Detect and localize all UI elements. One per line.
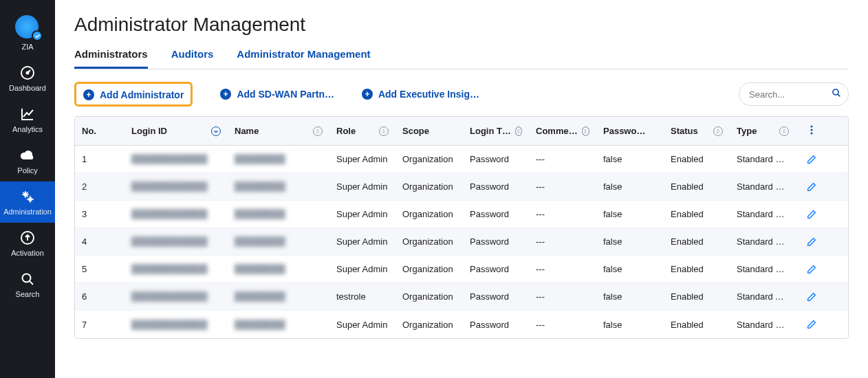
td-no: 6: [75, 291, 124, 302]
edit-row-button[interactable]: [796, 181, 827, 192]
sidebar-item-dashboard[interactable]: Dashboard: [0, 58, 55, 99]
sidebar-item-label: Policy: [17, 166, 37, 175]
th-comments[interactable]: Comme…: [529, 126, 596, 136]
sort-icon[interactable]: [515, 126, 522, 136]
th-name[interactable]: Name: [228, 126, 329, 136]
tab-auditors[interactable]: Auditors: [171, 48, 214, 69]
svg-point-1: [27, 72, 29, 74]
svg-point-6: [833, 89, 838, 95]
tab-administrators[interactable]: Administrators: [74, 48, 148, 69]
sidebar-item-label: Dashboard: [9, 84, 46, 92]
td-status: Enabled: [664, 181, 730, 192]
search-icon[interactable]: [831, 87, 842, 101]
td-login-type: Password: [463, 236, 529, 247]
td-type: Standard &…: [730, 154, 796, 164]
sidebar-item-policy[interactable]: Policy: [0, 140, 55, 181]
edit-row-button[interactable]: [796, 209, 827, 220]
th-scope[interactable]: Scope: [395, 126, 463, 136]
td-login-id: ████████████: [124, 209, 228, 219]
edit-row-button[interactable]: [796, 264, 827, 275]
td-status: Enabled: [664, 264, 730, 274]
td-password: false: [596, 209, 664, 219]
td-name: ████████: [228, 181, 329, 192]
td-login-id: ████████████: [124, 236, 228, 247]
td-role: Super Admin: [329, 236, 395, 247]
plus-icon: +: [220, 89, 231, 100]
edit-row-button[interactable]: [796, 319, 827, 330]
sidebar-item-activation[interactable]: Activation: [0, 223, 55, 264]
td-login-type: Password: [463, 209, 529, 219]
sort-icon[interactable]: [582, 126, 589, 136]
td-login-type: Password: [463, 181, 529, 192]
td-login-id: ████████████: [124, 154, 228, 164]
action-label: Add Executive Insig…: [378, 89, 479, 100]
td-name: ████████: [228, 291, 329, 302]
tab-admin-management[interactable]: Administrator Management: [237, 48, 370, 69]
plus-icon: +: [362, 89, 373, 100]
th-login-type[interactable]: Login T…: [463, 126, 529, 136]
highlight-add-administrator: + Add Administrator: [74, 82, 193, 107]
table-menu-button[interactable]: [806, 124, 817, 137]
td-password: false: [596, 291, 664, 302]
th-status[interactable]: Status: [664, 126, 730, 136]
main-content: Administrator Management Administrators …: [55, 0, 868, 378]
svg-point-9: [811, 133, 813, 135]
sort-icon[interactable]: [379, 126, 389, 136]
edit-row-button[interactable]: [796, 154, 827, 165]
table-row: 3████████████████████Super AdminOrganiza…: [75, 201, 848, 228]
td-type: Standard &…: [730, 209, 796, 219]
td-login-id: ████████████: [124, 320, 228, 330]
sort-icon[interactable]: [713, 126, 723, 136]
table-row: 5████████████████████Super AdminOrganiza…: [75, 256, 848, 283]
sort-icon[interactable]: [313, 126, 323, 136]
td-type: Standard A…: [730, 291, 796, 302]
sidebar-item-label: Analytics: [12, 125, 43, 133]
td-name: ████████: [228, 209, 329, 219]
th-login-id[interactable]: Login ID: [124, 126, 228, 136]
td-comments: ---: [529, 320, 596, 330]
admin-table: No. Login ID Name Role Scope Login T… Co…: [74, 116, 849, 339]
td-password: false: [596, 264, 664, 274]
search-wrap: [739, 82, 849, 106]
sidebar-item-label: ZIA: [21, 43, 33, 51]
svg-point-3: [28, 197, 32, 201]
svg-point-5: [23, 274, 31, 282]
globe-check-icon: [15, 15, 40, 40]
svg-point-7: [811, 126, 813, 128]
td-status: Enabled: [664, 209, 730, 219]
td-no: 3: [75, 209, 124, 219]
plus-icon: +: [83, 89, 94, 100]
sort-down-icon[interactable]: [211, 126, 221, 136]
td-role: Super Admin: [329, 181, 395, 192]
edit-row-button[interactable]: [796, 291, 827, 302]
sidebar-item-label: Administration: [3, 208, 52, 216]
td-role: Super Admin: [329, 209, 395, 219]
td-comments: ---: [529, 209, 596, 219]
sort-icon[interactable]: [779, 126, 789, 136]
th-no[interactable]: No.: [75, 126, 124, 136]
edit-row-button[interactable]: [796, 236, 827, 247]
td-type: Standard &…: [730, 236, 796, 247]
table-row: 2████████████████████Super AdminOrganiza…: [75, 173, 848, 201]
gears-icon: [19, 188, 36, 205]
td-type: Standard &…: [730, 264, 796, 274]
sidebar: ZIA Dashboard Analytics Policy Administr…: [0, 0, 55, 378]
td-login-id: ████████████: [124, 291, 228, 302]
td-name: ████████: [228, 154, 329, 164]
sidebar-item-administration[interactable]: Administration: [0, 181, 55, 223]
th-password[interactable]: Passwo…: [596, 126, 664, 136]
add-administrator-button[interactable]: + Add Administrator: [83, 89, 184, 100]
sidebar-item-zia[interactable]: ZIA: [0, 8, 55, 58]
td-comments: ---: [529, 236, 596, 247]
sidebar-item-analytics[interactable]: Analytics: [0, 99, 55, 140]
add-sdwan-partner-button[interactable]: + Add SD-WAN Partn…: [220, 89, 334, 100]
td-no: 7: [75, 320, 124, 330]
td-name: ████████: [228, 264, 329, 274]
th-role[interactable]: Role: [329, 126, 395, 136]
add-executive-insights-button[interactable]: + Add Executive Insig…: [362, 89, 479, 100]
td-scope: Organization: [395, 264, 463, 274]
td-password: false: [596, 236, 664, 247]
th-type[interactable]: Type: [730, 126, 796, 136]
sidebar-item-search[interactable]: Search: [0, 264, 55, 305]
td-name: ████████: [228, 320, 329, 330]
